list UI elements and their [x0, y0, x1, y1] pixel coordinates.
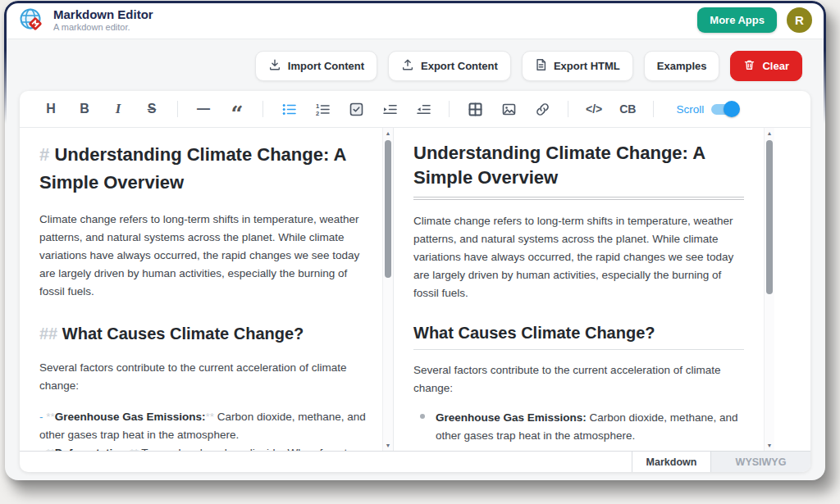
preview-list: Greenhouse Gas Emissions: Carbon dioxide… [413, 409, 744, 451]
more-apps-button[interactable]: More Apps [697, 7, 777, 33]
scroll-up-icon[interactable]: ▲ [386, 128, 391, 138]
outdent-icon[interactable] [415, 98, 431, 120]
image-icon[interactable] [500, 98, 517, 120]
source-list-item: - **Deforestation:** Trees absorb carbon… [39, 444, 366, 451]
source-paragraph: Climate change refers to long-term shift… [39, 211, 366, 300]
horizontal-rule-icon[interactable]: — [195, 98, 212, 120]
indent-icon[interactable] [381, 98, 398, 120]
trash-icon [743, 58, 756, 74]
bullet-icon [420, 414, 425, 419]
source-h1: # Understanding Climate Change: A Simple… [39, 141, 366, 197]
preview-paragraph: Climate change refers to long-term shift… [413, 212, 744, 302]
blockquote-icon[interactable]: “ [229, 98, 245, 120]
toggle-knob[interactable] [724, 101, 740, 117]
bottom-tab-bar: Markdown WYSIWYG [20, 451, 810, 472]
tab-wysiwyg[interactable]: WYSIWYG [710, 452, 810, 472]
actions-row: Import Content Export Content Export HTM… [5, 39, 825, 81]
strikethrough-icon[interactable]: S [144, 98, 160, 120]
import-content-button[interactable]: Import Content [255, 51, 377, 81]
source-list-item: - **Greenhouse Gas Emissions:** Carbon d… [39, 408, 366, 444]
examples-label: Examples [657, 60, 707, 72]
list-item: Greenhouse Gas Emissions: Carbon dioxide… [413, 409, 744, 445]
clear-label: Clear [762, 60, 789, 72]
download-icon [268, 58, 281, 74]
clear-button[interactable]: Clear [730, 51, 802, 81]
svg-text:2: 2 [316, 109, 319, 116]
tab-markdown[interactable]: Markdown [632, 452, 710, 472]
file-icon [535, 58, 547, 74]
toolbar-divider [262, 101, 263, 117]
markdown-source-pane[interactable]: # Understanding Climate Change: A Simple… [20, 128, 382, 451]
source-scrollbar[interactable]: ▲ ▼ [382, 128, 393, 451]
scroll-down-icon[interactable]: ▼ [386, 440, 391, 451]
editor-card: H B I S — “ 1 2 [20, 91, 810, 472]
scroll-up-icon[interactable]: ▲ [767, 128, 773, 138]
upload-icon [401, 58, 414, 74]
format-toolbar: H B I S — “ 1 2 [20, 91, 810, 128]
bold-icon[interactable]: B [76, 98, 93, 120]
scroll-sync-toggle[interactable]: Scroll [676, 103, 737, 116]
import-content-label: Import Content [288, 60, 364, 72]
toolbar-divider [568, 101, 568, 117]
export-content-label: Export Content [421, 60, 498, 72]
scroll-sync-label: Scroll [676, 103, 704, 116]
export-content-button[interactable]: Export Content [388, 51, 511, 81]
code-block-icon[interactable]: CB [619, 98, 636, 120]
toggle-switch[interactable] [711, 104, 737, 115]
heading-icon[interactable]: H [43, 98, 59, 120]
svg-text:1: 1 [316, 102, 319, 109]
page-subtitle: A markdown editor. [53, 22, 153, 33]
toolbar-divider [653, 101, 654, 117]
scrollbar-thumb[interactable] [766, 140, 773, 294]
app-header: Markdown Editor A markdown editor. More … [5, 2, 825, 39]
source-h2: ## What Causes Climate Change? [39, 321, 366, 346]
page-title: Markdown Editor [53, 7, 153, 22]
app-window: Markdown Editor A markdown editor. More … [5, 2, 825, 480]
link-icon[interactable] [534, 98, 550, 120]
task-list-icon[interactable] [348, 98, 364, 120]
bullet-list-icon[interactable] [281, 98, 297, 120]
preview-h2: What Causes Climate Change? [413, 322, 744, 350]
preview-scrollbar[interactable]: ▲ ▼ [764, 128, 774, 451]
preview-paragraph: Several factors contribute to the curren… [413, 361, 744, 397]
numbered-list-icon[interactable]: 1 2 [314, 98, 331, 120]
examples-button[interactable]: Examples [644, 51, 720, 81]
scrollbar-thumb[interactable] [385, 140, 391, 278]
preview-h1: Understanding Climate Change: A Simple O… [413, 141, 744, 200]
toolbar-divider [449, 101, 450, 117]
scroll-down-icon[interactable]: ▼ [767, 440, 773, 451]
inline-code-icon[interactable]: </> [586, 98, 602, 120]
editor-panes: # Understanding Climate Change: A Simple… [20, 128, 810, 451]
source-paragraph: Several factors contribute to the curren… [39, 359, 366, 395]
italic-icon[interactable]: I [110, 98, 126, 120]
export-html-button[interactable]: Export HTML [522, 51, 633, 81]
toolbar-divider [177, 101, 178, 117]
export-html-label: Export HTML [554, 60, 620, 72]
app-title-block: Markdown Editor A markdown editor. [53, 7, 153, 33]
h2-marker: ## [39, 325, 57, 343]
table-icon[interactable] [467, 98, 483, 120]
app-logo-icon [18, 7, 45, 34]
preview-pane[interactable]: Understanding Climate Change: A Simple O… [393, 128, 764, 451]
avatar[interactable]: R [787, 7, 812, 33]
h1-marker: # [39, 144, 49, 165]
